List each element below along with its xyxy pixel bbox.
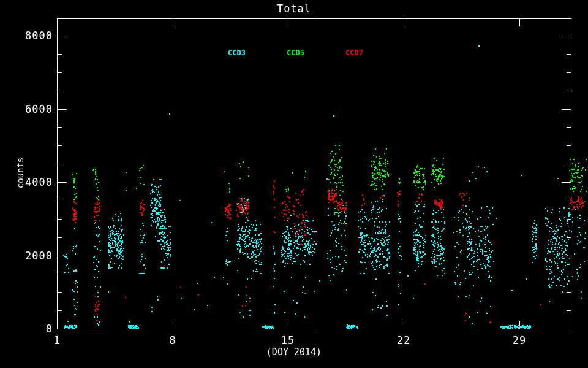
- legend-item-ccd3: CCD3: [228, 48, 246, 57]
- y-tick-label: 8000: [0, 30, 53, 41]
- y-axis-label: counts: [15, 139, 25, 207]
- x-tick-label: 22: [379, 334, 428, 347]
- y-tick-label: 6000: [0, 104, 53, 115]
- legend-item-ccd5: CCD5: [287, 48, 304, 57]
- legend-item-ccd7: CCD7: [345, 48, 363, 57]
- scatter-chart: Total counts (DOY 2014) CCD3 CCD5 CCD7 0…: [0, 0, 588, 368]
- chart-title: Total: [0, 2, 588, 15]
- x-tick-label: 15: [263, 334, 312, 347]
- x-tick-label: 29: [495, 334, 544, 347]
- x-axis-label: (DOY 2014): [0, 347, 588, 358]
- y-tick-label: 4000: [0, 177, 53, 188]
- y-tick-label: 2000: [0, 250, 53, 261]
- y-tick-label: 0: [0, 323, 53, 334]
- x-tick-label: 8: [148, 334, 197, 347]
- x-tick-label: 1: [32, 334, 81, 347]
